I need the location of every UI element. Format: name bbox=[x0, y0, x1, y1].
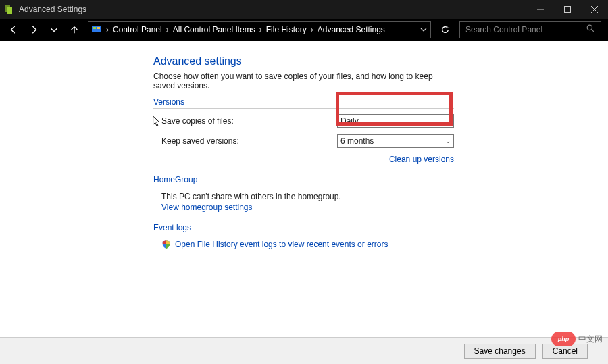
app-icon bbox=[4, 4, 15, 15]
chevron-down-icon: ⌄ bbox=[445, 117, 451, 124]
svg-rect-8 bbox=[97, 27, 100, 29]
page-description: Choose how often you want to save copies… bbox=[153, 72, 454, 90]
save-copies-row: Save copies of files: Daily ⌄ bbox=[153, 114, 454, 128]
breadcrumb[interactable]: › Control Panel › All Control Panel Item… bbox=[88, 21, 431, 38]
homegroup-settings-link[interactable]: View homegroup settings bbox=[161, 203, 253, 212]
up-button[interactable] bbox=[65, 20, 84, 39]
back-button[interactable] bbox=[4, 20, 23, 39]
cancel-button[interactable]: Cancel bbox=[542, 344, 588, 359]
search-placeholder: Search Control Panel bbox=[465, 25, 542, 34]
recent-locations-button[interactable] bbox=[45, 20, 64, 39]
control-panel-icon bbox=[91, 24, 102, 35]
page-title: Advanced settings bbox=[153, 55, 454, 68]
svg-rect-1 bbox=[7, 7, 12, 14]
breadcrumb-sep-icon: › bbox=[258, 25, 263, 34]
svg-rect-3 bbox=[565, 7, 571, 13]
eventlogs-link[interactable]: Open File History event logs to view rec… bbox=[175, 240, 388, 249]
save-copies-value: Daily bbox=[340, 116, 359, 126]
button-bar: Save changes Cancel bbox=[0, 337, 608, 364]
svg-point-9 bbox=[587, 25, 592, 30]
save-copies-select[interactable]: Daily ⌄ bbox=[337, 114, 454, 128]
chevron-down-icon: ⌄ bbox=[445, 137, 451, 145]
breadcrumb-sep-icon: › bbox=[309, 25, 315, 34]
search-icon bbox=[586, 24, 595, 35]
cleanup-versions-link[interactable]: Clean up versions bbox=[389, 155, 454, 164]
svg-rect-7 bbox=[93, 27, 96, 29]
window-title: Advanced Settings bbox=[19, 5, 86, 14]
maximize-button[interactable] bbox=[554, 0, 581, 19]
breadcrumb-sep-icon: › bbox=[105, 25, 110, 34]
eventlogs-section: Event logs Open File History event logs … bbox=[153, 223, 454, 249]
breadcrumb-item[interactable]: All Control Panel Items bbox=[170, 25, 258, 34]
keep-versions-row: Keep saved versions: 6 months ⌄ bbox=[153, 134, 454, 148]
section-header-homegroup: HomeGroup bbox=[153, 175, 454, 186]
nav-bar: › Control Panel › All Control Panel Item… bbox=[0, 19, 608, 41]
keep-versions-value: 6 months bbox=[340, 136, 374, 146]
breadcrumb-item[interactable]: Advanced Settings bbox=[315, 25, 388, 34]
save-button[interactable]: Save changes bbox=[464, 344, 536, 359]
save-copies-label: Save copies of files: bbox=[161, 116, 337, 126]
minimize-button[interactable] bbox=[527, 0, 554, 19]
versions-section: Versions Save copies of files: Daily ⌄ K… bbox=[153, 97, 454, 164]
title-bar: Advanced Settings bbox=[0, 0, 608, 19]
breadcrumb-sep-icon: › bbox=[165, 25, 170, 34]
section-header-eventlogs: Event logs bbox=[153, 223, 454, 234]
svg-line-10 bbox=[592, 30, 594, 32]
search-input[interactable]: Search Control Panel bbox=[459, 21, 601, 38]
homegroup-text: This PC can't share with others in the h… bbox=[153, 192, 454, 201]
breadcrumb-dropdown-icon[interactable] bbox=[417, 26, 430, 33]
content-area: Advanced settings Choose how often you w… bbox=[0, 41, 608, 337]
keep-versions-select[interactable]: 6 months ⌄ bbox=[337, 134, 454, 148]
close-button[interactable] bbox=[581, 0, 608, 19]
breadcrumb-item[interactable]: Control Panel bbox=[110, 25, 165, 34]
keep-versions-label: Keep saved versions: bbox=[161, 136, 337, 146]
breadcrumb-item[interactable]: File History bbox=[263, 25, 309, 34]
refresh-button[interactable] bbox=[435, 21, 455, 38]
shield-icon bbox=[161, 240, 171, 249]
homegroup-section: HomeGroup This PC can't share with other… bbox=[153, 175, 454, 212]
section-header-versions: Versions bbox=[153, 97, 454, 109]
forward-button[interactable] bbox=[24, 20, 43, 39]
